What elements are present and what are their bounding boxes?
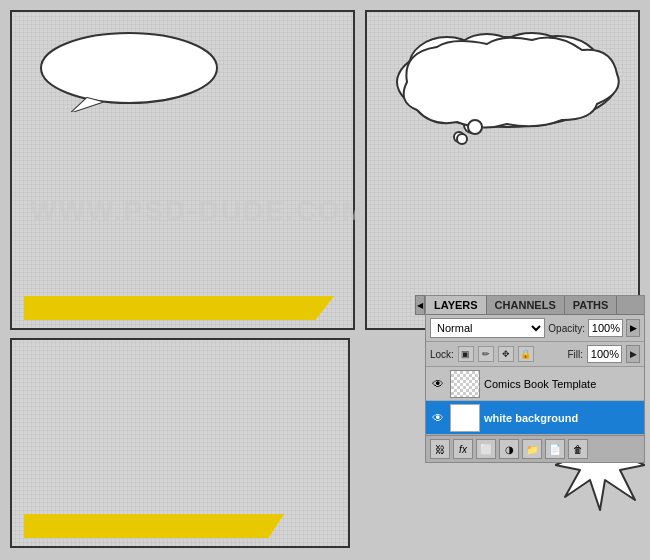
yellow-bar-1 xyxy=(24,296,334,320)
eye-icon-white-bg[interactable]: 👁 xyxy=(430,410,446,426)
tab-channels[interactable]: CHANNELS xyxy=(487,296,565,314)
tab-layers[interactable]: LAYERS xyxy=(426,296,487,314)
layer-item-white-background[interactable]: 👁 white background xyxy=(426,401,644,435)
new-layer-btn[interactable]: 📄 xyxy=(545,439,565,459)
svg-point-21 xyxy=(457,134,467,144)
blend-mode-select[interactable]: Normal Multiply Screen xyxy=(430,318,545,338)
layer-thumb-white-bg xyxy=(450,404,480,432)
fx-btn[interactable]: fx xyxy=(453,439,473,459)
opacity-label: Opacity: xyxy=(548,323,585,334)
opacity-input[interactable] xyxy=(588,319,623,337)
speech-bubble-2 xyxy=(387,32,627,147)
folder-btn[interactable]: 📁 xyxy=(522,439,542,459)
layers-list: 👁 Comics Book Template 👁 white backgroun… xyxy=(426,367,644,435)
layer-thumb-comics xyxy=(450,370,480,398)
svg-point-20 xyxy=(468,120,482,134)
layers-tabs: LAYERS CHANNELS PATHS xyxy=(426,296,644,315)
lock-move-btn[interactable]: ✥ xyxy=(498,346,514,362)
fill-label: Fill: xyxy=(567,349,583,360)
lock-all-btn[interactable]: 🔒 xyxy=(518,346,534,362)
layer-name-comics: Comics Book Template xyxy=(484,378,640,390)
trash-btn[interactable]: 🗑 xyxy=(568,439,588,459)
speech-bubble-1 xyxy=(37,30,222,112)
lock-row: Lock: ▣ ✏ ✥ 🔒 Fill: ▶ xyxy=(426,342,644,367)
layer-item-comics-book-template[interactable]: 👁 Comics Book Template xyxy=(426,367,644,401)
lock-paint-btn[interactable]: ✏ xyxy=(478,346,494,362)
panel-top-left xyxy=(10,10,355,330)
mask-btn[interactable]: ⬜ xyxy=(476,439,496,459)
layers-panel: LAYERS CHANNELS PATHS Normal Multiply Sc… xyxy=(425,295,645,463)
opacity-arrow-btn[interactable]: ▶ xyxy=(626,319,640,337)
eye-icon-comics[interactable]: 👁 xyxy=(430,376,446,392)
lock-transparency-btn[interactable]: ▣ xyxy=(458,346,474,362)
link-layers-btn[interactable]: ⛓ xyxy=(430,439,450,459)
lock-label: Lock: xyxy=(430,349,454,360)
adjustment-btn[interactable]: ◑ xyxy=(499,439,519,459)
layer-name-white-bg: white background xyxy=(484,412,640,424)
yellow-bar-2 xyxy=(24,514,284,538)
layers-toolbar: ⛓ fx ⬜ ◑ 📁 📄 🗑 xyxy=(426,435,644,462)
blend-mode-row: Normal Multiply Screen Opacity: ▶ xyxy=(426,315,644,342)
panel-bottom-left xyxy=(10,338,350,548)
svg-point-0 xyxy=(41,33,217,103)
fill-arrow-btn[interactable]: ▶ xyxy=(626,345,640,363)
tab-paths[interactable]: PATHS xyxy=(565,296,618,314)
panel-collapse-btn[interactable]: ◀ xyxy=(415,295,425,315)
panel-top-right xyxy=(365,10,640,330)
canvas: WWW.PSD-DUDE.COM ◀ LAYERS CHANNELS PATHS… xyxy=(0,0,650,560)
fill-input[interactable] xyxy=(587,345,622,363)
